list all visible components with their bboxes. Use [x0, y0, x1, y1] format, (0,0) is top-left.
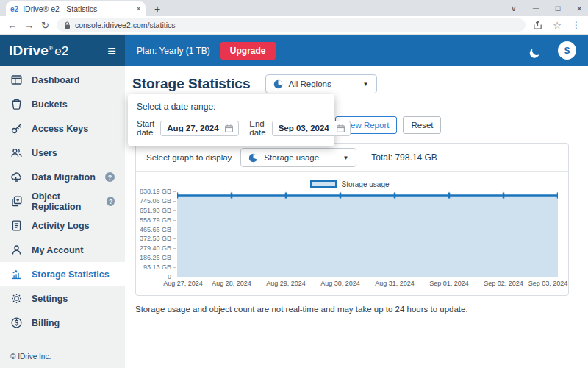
- graph-type-dropdown[interactable]: Storage usage ▼: [240, 148, 356, 167]
- browser-toolbar: ← → ↻ console.idrivee2.com/statitics ☆ ⋮: [0, 16, 588, 35]
- tab-title: IDrive® e2 - Statistics: [23, 4, 132, 13]
- browser-tab[interactable]: e2 IDrive® e2 - Statistics ×: [6, 1, 146, 16]
- document-icon: [10, 219, 23, 232]
- browser-tab-strip: e2 IDrive® e2 - Statistics × + ∨ — □ ×: [0, 0, 588, 16]
- bookmark-star-icon[interactable]: ☆: [553, 20, 562, 31]
- hamburger-menu-icon[interactable]: ≡: [107, 43, 116, 58]
- end-date-label: End date: [249, 119, 265, 137]
- forward-icon[interactable]: →: [24, 20, 34, 31]
- globe-icon: [273, 79, 283, 89]
- avatar[interactable]: S: [558, 41, 576, 60]
- end-date-field[interactable]: [272, 121, 351, 136]
- dollar-circle-icon: [10, 316, 23, 329]
- logo-block: IDrive®e2 ≡: [0, 35, 125, 66]
- x-axis-labels: Aug 27, 2024Aug 28, 2024Aug 29, 2024Aug …: [177, 278, 558, 289]
- calendar-icon: [336, 124, 345, 133]
- total-storage-label: Total: 798.14 GB: [371, 152, 437, 163]
- region-filter-dropdown[interactable]: All Regions ▼: [265, 74, 377, 93]
- graph-select-label: Select graph to display: [146, 153, 232, 162]
- start-date-label: Start date: [137, 119, 154, 137]
- sidebar-item-billing[interactable]: Billing: [0, 311, 125, 335]
- close-icon[interactable]: ×: [576, 3, 582, 14]
- reset-button[interactable]: Reset: [403, 116, 441, 134]
- url-bar[interactable]: console.idrivee2.com/statitics: [57, 18, 526, 32]
- sidebar-item-storage-statistics[interactable]: Storage Statistics: [0, 262, 125, 286]
- disclaimer-note: Storage usage and object count are not r…: [135, 305, 585, 314]
- bucket-icon: [10, 98, 23, 110]
- key-icon: [10, 122, 23, 135]
- sidebar-item-users[interactable]: Users: [0, 141, 125, 165]
- idrive-e2-logo: IDrive®e2: [9, 43, 68, 59]
- calendar-icon: [224, 124, 234, 133]
- chart-legend: Storage usage: [142, 178, 558, 190]
- person-icon: [10, 244, 23, 256]
- start-date-input[interactable]: [167, 124, 221, 132]
- upgrade-button[interactable]: Upgrade: [220, 42, 276, 60]
- date-range-heading: Select a date range:: [137, 102, 326, 112]
- dashboard-icon: [10, 74, 23, 86]
- sidebar-item-activity-logs[interactable]: Activity Logs: [0, 213, 125, 238]
- graph-type-value: Storage usage: [264, 153, 319, 162]
- cloud-migration-icon: [10, 171, 23, 183]
- replication-icon: [10, 195, 23, 208]
- start-date-field[interactable]: [160, 121, 239, 136]
- plan-label: Plan: Yearly (1 TB): [137, 46, 210, 56]
- sidebar: Dashboard Buckets Access Keys Users Data…: [0, 66, 125, 368]
- reload-icon[interactable]: ↻: [41, 20, 49, 31]
- sidebar-item-dashboard[interactable]: Dashboard: [0, 68, 125, 92]
- bar-chart-icon: [10, 268, 23, 280]
- browser-menu-icon[interactable]: ⋮: [572, 20, 581, 30]
- end-date-input[interactable]: [279, 124, 333, 132]
- copyright-footer: © IDrive Inc.: [10, 353, 51, 361]
- header-right: Plan: Yearly (1 TB) Upgrade S: [125, 35, 588, 66]
- dark-mode-moon-icon[interactable]: [531, 45, 542, 56]
- sidebar-item-object-replication[interactable]: Object Replication ?: [0, 189, 125, 213]
- chart-area: Storage usage 838.19 GB745.06 GB651.93 G…: [136, 172, 568, 295]
- date-range-popup: Select a date range: Start date End date: [128, 94, 334, 146]
- pie-chart-icon: [248, 153, 258, 163]
- favicon: e2: [10, 5, 18, 13]
- users-icon: [10, 146, 23, 159]
- main-content: Storage Statistics All Regions ▼ Select …: [125, 66, 588, 368]
- object-replication-help-icon[interactable]: ?: [107, 197, 115, 206]
- page-title: Storage Statistics: [132, 76, 251, 92]
- window-menu-icon[interactable]: ∨: [511, 4, 517, 13]
- back-icon[interactable]: ←: [7, 20, 17, 31]
- sidebar-item-settings[interactable]: Settings: [0, 286, 125, 311]
- sidebar-item-buckets[interactable]: Buckets: [0, 92, 125, 116]
- tab-close-icon[interactable]: ×: [136, 4, 141, 14]
- data-migration-help-icon[interactable]: ?: [105, 172, 115, 182]
- statistics-card: Select graph to display Storage usage ▼ …: [135, 143, 569, 296]
- minimize-icon[interactable]: —: [533, 4, 539, 12]
- legend-label: Storage usage: [341, 180, 389, 188]
- sidebar-item-access-keys[interactable]: Access Keys: [0, 116, 125, 141]
- sidebar-item-my-account[interactable]: My Account: [0, 238, 125, 262]
- share-icon[interactable]: [533, 21, 542, 30]
- lock-icon: [64, 21, 71, 29]
- region-filter-value: All Regions: [289, 79, 331, 88]
- legend-swatch: [310, 180, 337, 188]
- maximize-icon[interactable]: □: [556, 4, 561, 13]
- chevron-down-icon: ▼: [343, 155, 348, 161]
- y-axis-labels: 838.19 GB745.06 GB651.93 GB558.79 GB465.…: [142, 191, 177, 277]
- chevron-down-icon: ▼: [363, 81, 369, 88]
- chart-plot[interactable]: [177, 191, 558, 277]
- app-header: IDrive®e2 ≡ Plan: Yearly (1 TB) Upgrade …: [0, 35, 588, 66]
- sidebar-item-data-migration[interactable]: Data Migration ?: [0, 165, 125, 189]
- new-tab-button[interactable]: +: [154, 3, 160, 16]
- url-text: console.idrivee2.com/statitics: [75, 21, 176, 29]
- gear-icon: [10, 292, 23, 305]
